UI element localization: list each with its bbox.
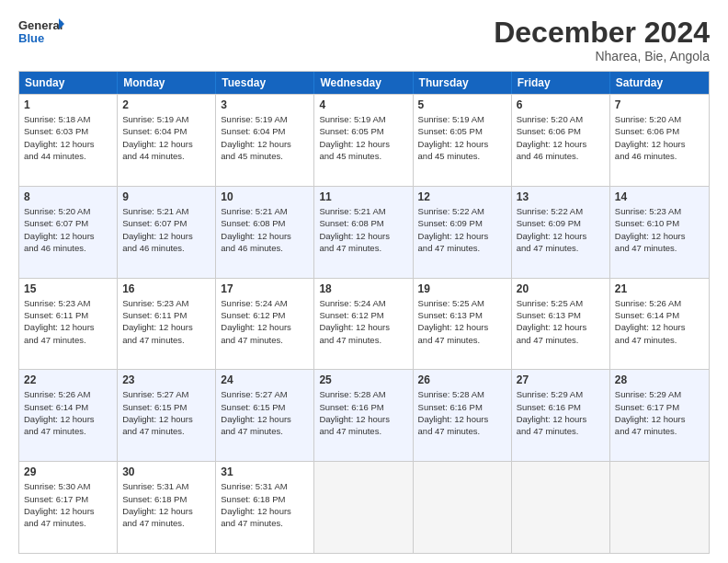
day-info: Sunrise: 5:24 AM Sunset: 6:12 PM Dayligh…: [221, 297, 309, 346]
calendar-day-cell: 7Sunrise: 5:20 AM Sunset: 6:06 PM Daylig…: [610, 95, 709, 186]
calendar-day-cell: 1Sunrise: 5:18 AM Sunset: 6:03 PM Daylig…: [19, 95, 118, 186]
calendar-day-cell: 11Sunrise: 5:21 AM Sunset: 6:08 PM Dayli…: [314, 187, 413, 278]
calendar-day-cell: 29Sunrise: 5:30 AM Sunset: 6:17 PM Dayli…: [19, 462, 118, 553]
calendar-day-header: Monday: [118, 72, 216, 94]
svg-text:General: General: [18, 18, 63, 32]
day-info: Sunrise: 5:20 AM Sunset: 6:06 PM Dayligh…: [615, 113, 704, 162]
day-number: 11: [319, 190, 407, 203]
day-info: Sunrise: 5:30 AM Sunset: 6:17 PM Dayligh…: [24, 480, 112, 529]
calendar-empty-cell: [314, 462, 413, 553]
day-number: 29: [24, 465, 112, 478]
day-number: 15: [24, 282, 112, 295]
day-number: 18: [319, 282, 407, 295]
day-number: 7: [615, 98, 704, 111]
calendar-day-cell: 30Sunrise: 5:31 AM Sunset: 6:18 PM Dayli…: [118, 462, 216, 553]
calendar-day-cell: 8Sunrise: 5:20 AM Sunset: 6:07 PM Daylig…: [19, 187, 118, 278]
title-section: December 2024 Nharea, Bie, Angola: [494, 17, 710, 63]
calendar-week-row: 22Sunrise: 5:26 AM Sunset: 6:14 PM Dayli…: [19, 369, 709, 461]
calendar-body: 1Sunrise: 5:18 AM Sunset: 6:03 PM Daylig…: [19, 94, 709, 553]
day-info: Sunrise: 5:31 AM Sunset: 6:18 PM Dayligh…: [221, 480, 309, 529]
calendar-empty-cell: [414, 462, 512, 553]
day-number: 31: [221, 465, 309, 478]
day-number: 2: [122, 98, 210, 111]
day-info: Sunrise: 5:23 AM Sunset: 6:11 PM Dayligh…: [122, 297, 210, 346]
calendar-day-cell: 2Sunrise: 5:19 AM Sunset: 6:04 PM Daylig…: [118, 95, 216, 186]
day-info: Sunrise: 5:20 AM Sunset: 6:07 PM Dayligh…: [24, 205, 112, 254]
calendar-day-cell: 4Sunrise: 5:19 AM Sunset: 6:05 PM Daylig…: [314, 95, 413, 186]
day-info: Sunrise: 5:21 AM Sunset: 6:07 PM Dayligh…: [122, 205, 210, 254]
day-number: 6: [517, 98, 605, 111]
day-number: 20: [517, 282, 605, 295]
calendar-day-header: Friday: [512, 72, 610, 94]
calendar-day-cell: 16Sunrise: 5:23 AM Sunset: 6:11 PM Dayli…: [118, 279, 216, 370]
calendar-day-cell: 15Sunrise: 5:23 AM Sunset: 6:11 PM Dayli…: [19, 279, 118, 370]
day-info: Sunrise: 5:19 AM Sunset: 6:05 PM Dayligh…: [418, 113, 506, 162]
day-info: Sunrise: 5:27 AM Sunset: 6:15 PM Dayligh…: [221, 388, 309, 437]
calendar-empty-cell: [512, 462, 610, 553]
day-number: 4: [319, 98, 407, 111]
calendar-day-cell: 28Sunrise: 5:29 AM Sunset: 6:17 PM Dayli…: [610, 370, 709, 461]
top-section: General Blue December 2024 Nharea, Bie, …: [18, 17, 710, 63]
calendar-day-cell: 19Sunrise: 5:25 AM Sunset: 6:13 PM Dayli…: [414, 279, 512, 370]
day-number: 16: [122, 282, 210, 295]
calendar-day-header: Thursday: [414, 72, 512, 94]
day-number: 14: [615, 190, 704, 203]
logo: General Blue: [18, 17, 64, 50]
subtitle: Nharea, Bie, Angola: [494, 49, 710, 63]
day-number: 28: [615, 373, 704, 386]
day-info: Sunrise: 5:29 AM Sunset: 6:16 PM Dayligh…: [517, 388, 605, 437]
day-number: 17: [221, 282, 309, 295]
calendar-day-cell: 12Sunrise: 5:22 AM Sunset: 6:09 PM Dayli…: [414, 187, 512, 278]
day-info: Sunrise: 5:25 AM Sunset: 6:13 PM Dayligh…: [517, 297, 605, 346]
calendar-day-cell: 14Sunrise: 5:23 AM Sunset: 6:10 PM Dayli…: [610, 187, 709, 278]
calendar-day-cell: 26Sunrise: 5:28 AM Sunset: 6:16 PM Dayli…: [414, 370, 512, 461]
calendar-day-cell: 31Sunrise: 5:31 AM Sunset: 6:18 PM Dayli…: [216, 462, 314, 553]
day-info: Sunrise: 5:21 AM Sunset: 6:08 PM Dayligh…: [319, 205, 407, 254]
calendar-day-cell: 18Sunrise: 5:24 AM Sunset: 6:12 PM Dayli…: [314, 279, 413, 370]
calendar-day-cell: 13Sunrise: 5:22 AM Sunset: 6:09 PM Dayli…: [512, 187, 610, 278]
calendar-day-cell: 27Sunrise: 5:29 AM Sunset: 6:16 PM Dayli…: [512, 370, 610, 461]
day-info: Sunrise: 5:25 AM Sunset: 6:13 PM Dayligh…: [418, 297, 506, 346]
calendar-day-cell: 24Sunrise: 5:27 AM Sunset: 6:15 PM Dayli…: [216, 370, 314, 461]
calendar-day-cell: 22Sunrise: 5:26 AM Sunset: 6:14 PM Dayli…: [19, 370, 118, 461]
calendar-day-cell: 17Sunrise: 5:24 AM Sunset: 6:12 PM Dayli…: [216, 279, 314, 370]
day-info: Sunrise: 5:23 AM Sunset: 6:11 PM Dayligh…: [24, 297, 112, 346]
calendar-day-cell: 20Sunrise: 5:25 AM Sunset: 6:13 PM Dayli…: [512, 279, 610, 370]
day-number: 5: [418, 98, 506, 111]
day-info: Sunrise: 5:18 AM Sunset: 6:03 PM Dayligh…: [24, 113, 112, 162]
day-info: Sunrise: 5:27 AM Sunset: 6:15 PM Dayligh…: [122, 388, 210, 437]
day-number: 19: [418, 282, 506, 295]
day-number: 1: [24, 98, 112, 111]
day-number: 22: [24, 373, 112, 386]
calendar-day-header: Wednesday: [314, 72, 413, 94]
calendar-day-cell: 3Sunrise: 5:19 AM Sunset: 6:04 PM Daylig…: [216, 95, 314, 186]
calendar-day-header: Sunday: [19, 72, 118, 94]
day-number: 3: [221, 98, 309, 111]
day-info: Sunrise: 5:26 AM Sunset: 6:14 PM Dayligh…: [615, 297, 704, 346]
calendar-week-row: 15Sunrise: 5:23 AM Sunset: 6:11 PM Dayli…: [19, 278, 709, 370]
calendar-day-cell: 25Sunrise: 5:28 AM Sunset: 6:16 PM Dayli…: [314, 370, 413, 461]
calendar-week-row: 1Sunrise: 5:18 AM Sunset: 6:03 PM Daylig…: [19, 94, 709, 186]
calendar-day-header: Saturday: [610, 72, 709, 94]
day-info: Sunrise: 5:23 AM Sunset: 6:10 PM Dayligh…: [615, 205, 704, 254]
day-info: Sunrise: 5:31 AM Sunset: 6:18 PM Dayligh…: [122, 480, 210, 529]
day-number: 21: [615, 282, 704, 295]
calendar-day-header: Tuesday: [216, 72, 314, 94]
day-number: 26: [418, 373, 506, 386]
logo-svg: General Blue: [18, 17, 64, 50]
calendar-day-cell: 10Sunrise: 5:21 AM Sunset: 6:08 PM Dayli…: [216, 187, 314, 278]
calendar-header: SundayMondayTuesdayWednesdayThursdayFrid…: [19, 72, 709, 94]
calendar-day-cell: 5Sunrise: 5:19 AM Sunset: 6:05 PM Daylig…: [414, 95, 512, 186]
day-info: Sunrise: 5:22 AM Sunset: 6:09 PM Dayligh…: [418, 205, 506, 254]
calendar-week-row: 8Sunrise: 5:20 AM Sunset: 6:07 PM Daylig…: [19, 186, 709, 278]
calendar-day-cell: 9Sunrise: 5:21 AM Sunset: 6:07 PM Daylig…: [118, 187, 216, 278]
day-number: 30: [122, 465, 210, 478]
calendar-day-cell: 21Sunrise: 5:26 AM Sunset: 6:14 PM Dayli…: [610, 279, 709, 370]
day-info: Sunrise: 5:28 AM Sunset: 6:16 PM Dayligh…: [319, 388, 407, 437]
day-number: 8: [24, 190, 112, 203]
day-number: 9: [122, 190, 210, 203]
day-info: Sunrise: 5:19 AM Sunset: 6:05 PM Dayligh…: [319, 113, 407, 162]
calendar-day-cell: 6Sunrise: 5:20 AM Sunset: 6:06 PM Daylig…: [512, 95, 610, 186]
calendar-empty-cell: [610, 462, 709, 553]
calendar-wrapper: SundayMondayTuesdayWednesdayThursdayFrid…: [18, 71, 710, 554]
